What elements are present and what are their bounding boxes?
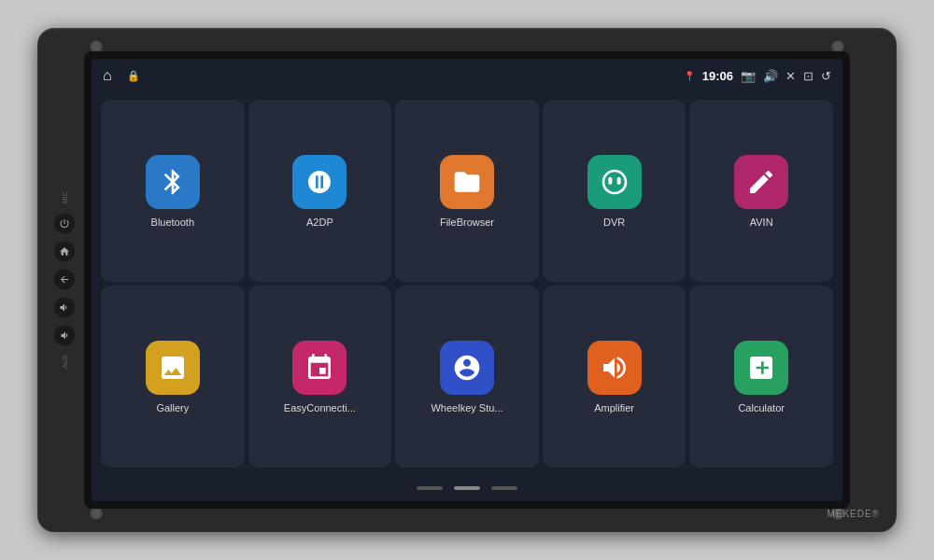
avin-label: AVIN <box>750 217 773 228</box>
nav-dot-2 <box>454 486 480 490</box>
volume-icon: 🔊 <box>763 69 778 83</box>
nav-dot-3 <box>491 486 517 490</box>
lock-icon: 🔒 <box>127 70 140 82</box>
location-icon: 📍 <box>684 71 695 81</box>
mic-label: MIC <box>62 191 68 203</box>
app-wheelkey[interactable]: Wheelkey Stu... <box>395 286 539 468</box>
status-time: 19:06 <box>702 69 733 83</box>
nav-dot-1 <box>417 486 443 490</box>
app-amplifier[interactable]: Amplifier <box>543 286 686 468</box>
gallery-icon <box>158 353 188 383</box>
screen-bezel: ⌂ 🔒 📍 19:06 📷 🔊 ✕ ⊡ ↺ <box>84 51 850 509</box>
vol-up-button[interactable] <box>54 297 75 317</box>
bluetooth-icon-bg <box>146 155 200 209</box>
nav-bar <box>92 475 842 501</box>
a2dp-icon <box>304 167 334 197</box>
wheelkey-icon-bg <box>440 341 494 395</box>
folder-icon <box>452 167 482 197</box>
app-a2dp[interactable]: A2DP <box>248 100 392 282</box>
back-nav-icon[interactable]: ↺ <box>821 69 831 83</box>
app-grid: Bluetooth A2DP FileBrowser <box>92 92 842 475</box>
screen: ⌂ 🔒 📍 19:06 📷 🔊 ✕ ⊡ ↺ <box>92 59 842 501</box>
gallery-icon-bg <box>146 341 200 395</box>
close-icon: ✕ <box>785 69 796 83</box>
bluetooth-icon <box>158 167 188 197</box>
easyconnection-icon-bg <box>292 341 347 395</box>
brand-watermark: MEKEDE® <box>827 509 880 519</box>
easyconnection-label: EasyConnecti... <box>284 402 356 413</box>
status-bar: ⌂ 🔒 📍 19:06 📷 🔊 ✕ ⊡ ↺ <box>92 59 842 92</box>
filebrowser-label: FileBrowser <box>440 217 494 228</box>
device-outer: MIC AUX ⌂ 🔒 📍 19:06 <box>37 28 897 532</box>
dvr-label: DVR <box>603 217 625 228</box>
aux-label: AUX <box>62 355 68 368</box>
home-button[interactable] <box>54 241 75 261</box>
app-bluetooth[interactable]: Bluetooth <box>101 100 245 282</box>
a2dp-icon-bg <box>292 155 347 209</box>
avin-icon-bg <box>734 155 788 209</box>
dvr-icon <box>600 167 630 197</box>
screen-icon: ⊡ <box>803 69 814 83</box>
bluetooth-label: Bluetooth <box>151 217 194 228</box>
filebrowser-icon-bg <box>440 155 494 209</box>
connect-icon <box>304 353 334 383</box>
a2dp-label: A2DP <box>306 217 333 228</box>
amplifier-icon-bg <box>587 341 642 395</box>
app-calculator[interactable]: Calculator <box>689 286 833 468</box>
calculator-icon <box>746 353 776 383</box>
calculator-icon-bg <box>734 341 788 395</box>
camera-icon: 📷 <box>741 69 756 83</box>
power-button[interactable] <box>54 213 75 233</box>
amplifier-label: Amplifier <box>594 402 634 413</box>
app-dvr[interactable]: DVR <box>543 100 686 282</box>
avin-icon <box>746 167 776 197</box>
wheelkey-label: Wheelkey Stu... <box>431 402 502 413</box>
dvr-icon-bg <box>587 155 642 209</box>
wheel-icon <box>452 353 482 383</box>
calculator-label: Calculator <box>738 402 785 413</box>
vol-down-button[interactable] <box>54 325 75 345</box>
home-icon: ⌂ <box>103 67 112 84</box>
app-avin[interactable]: AVIN <box>689 100 833 282</box>
amplifier-icon <box>600 353 630 383</box>
gallery-label: Gallery <box>156 402 189 413</box>
app-gallery[interactable]: Gallery <box>101 286 245 468</box>
side-buttons: MIC AUX <box>54 189 75 370</box>
back-button[interactable] <box>54 269 75 289</box>
app-filebrowser[interactable]: FileBrowser <box>395 100 539 282</box>
status-icons: 📷 🔊 ✕ ⊡ ↺ <box>741 69 831 83</box>
app-easyconnection[interactable]: EasyConnecti... <box>248 286 392 468</box>
